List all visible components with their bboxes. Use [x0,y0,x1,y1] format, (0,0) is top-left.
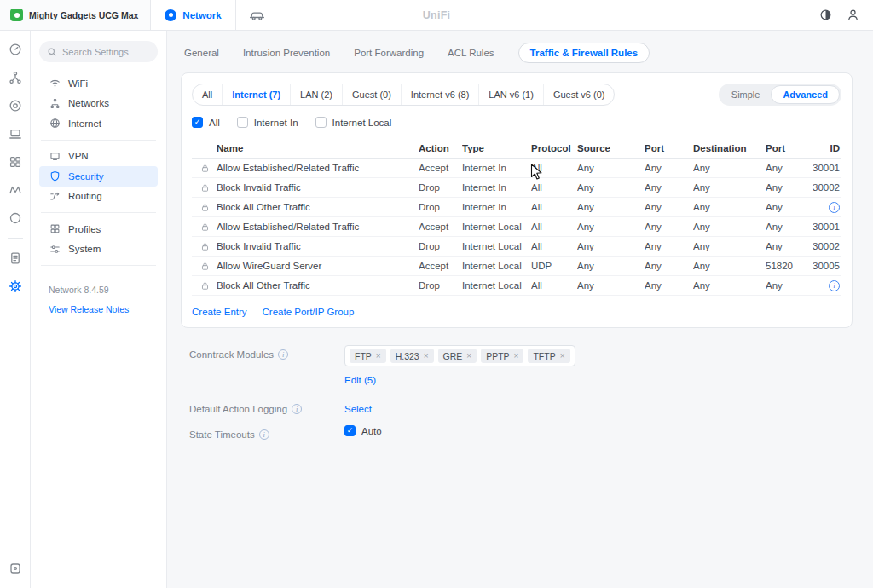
search-input[interactable] [62,47,150,57]
shield-icon [49,170,61,182]
table-row[interactable]: Allow Established/Related TrafficAcceptI… [192,159,841,178]
filter-pills: AllInternet (7)LAN (2)Guest (0)Internet … [192,84,615,106]
info-icon[interactable]: i [292,404,302,414]
auto-checkbox[interactable]: Auto [344,425,382,436]
clients-icon[interactable] [7,125,24,142]
lock-icon [200,242,210,251]
rule-name: Allow WireGuard Server [217,261,321,271]
lock-icon [200,164,210,173]
mode-advanced[interactable]: Advanced [771,85,840,104]
sliders-icon [49,243,61,255]
tag-remove-icon[interactable]: × [466,351,471,360]
rule-destination: Any [693,261,766,271]
rule-destination: Any [693,222,766,232]
sidebar-item-profiles[interactable]: Profiles [39,219,158,239]
tab-acl-rules[interactable]: ACL Rules [448,48,494,58]
conntrack-edit-link[interactable]: Edit (5) [344,375,376,385]
checkbox-label: All [209,118,220,128]
rule-source: Any [577,163,645,173]
radios-icon[interactable] [7,182,24,199]
checkbox-box[interactable] [315,117,327,128]
sidebar-item-routing[interactable]: Routing [39,187,158,207]
system-log-icon[interactable] [7,250,24,267]
rule-destination: Any [693,202,766,212]
filter-pill-lan-2[interactable]: LAN (2) [290,84,342,105]
rule-destination-port: Any [766,182,813,193]
table-row[interactable]: Block All Other TrafficDropInternet InAl… [192,198,841,217]
info-icon[interactable]: i [829,280,840,291]
rule-source-port: Any [645,261,693,271]
filter-pill-guest-0[interactable]: Guest (0) [342,84,401,105]
table-row[interactable]: Allow Established/Related TrafficAcceptI… [192,217,841,237]
tab-traffic-firewall-rules[interactable]: Traffic & Firewall Rules [518,43,650,63]
info-icon[interactable]: i [278,349,288,360]
rule-protocol: All [531,241,577,251]
info-icon[interactable]: i [829,202,840,213]
console-icon [10,9,23,21]
default-action-logging-select-link[interactable]: Select [344,400,372,414]
unifi-devices-icon[interactable] [7,97,24,114]
filter-pill-lan-v6-1[interactable]: LAN v6 (1) [478,84,543,105]
filter-pill-all[interactable]: All [193,84,222,105]
stats-icon[interactable] [7,153,24,170]
tag-remove-icon[interactable]: × [376,351,381,360]
column-header-id: ID [813,143,841,153]
conntrack-tags-box[interactable]: FTP×H.323×GRE×PPTP×TFTP× [344,345,575,366]
theme-toggle-icon[interactable] [819,9,832,21]
filter-pill-internet-v6-8[interactable]: Internet v6 (8) [401,84,478,105]
sidebar-item-system[interactable]: System [39,239,158,260]
rule-protocol: All [531,163,577,173]
topology-icon[interactable] [7,69,24,86]
vehicle-app-icon[interactable] [236,0,278,30]
mode-simple[interactable]: Simple [720,85,772,104]
sidebar-item-networks[interactable]: Networks [39,94,158,114]
checkbox-internet-local[interactable]: Internet Local [315,117,392,128]
tab-port-forwarding[interactable]: Port Forwarding [354,48,424,58]
conntrack-modules-row: Conntrack Modules i FTP×H.323×GRE×PPTP×T… [189,345,853,386]
rule-id: 30005 [813,261,841,271]
tab-general[interactable]: General [184,48,219,58]
checkbox-box[interactable] [237,117,248,128]
sidebar-item-wifi[interactable]: WiFi [39,73,158,94]
version-label: Network 8.4.59 [39,285,158,295]
unifi-network-app: Mighty Gadgets UCG Max Network UniFi [0,0,873,588]
tab-intrusion-prevention[interactable]: Intrusion Prevention [243,48,330,58]
tag-remove-icon[interactable]: × [560,351,565,360]
conntrack-modules-label: Conntrack Modules i [189,345,344,360]
account-icon[interactable] [847,9,859,21]
table-row[interactable]: Block All Other TrafficDropInternet Loca… [192,276,841,296]
sidebar-item-security[interactable]: Security [39,166,158,187]
checkbox-internet-in[interactable]: Internet In [237,117,298,128]
support-icon[interactable] [7,560,24,577]
tag-remove-icon[interactable]: × [514,351,519,360]
table-row[interactable]: Allow WireGuard ServerAcceptInternet Loc… [192,257,841,276]
filter-pill-internet-7[interactable]: Internet (7) [222,84,290,105]
rule-source-port: Any [645,182,693,193]
search-settings-box[interactable] [39,41,158,62]
rule-source-port: Any [645,280,693,291]
create-entry-link[interactable]: Create Entry [192,307,247,317]
create-port-ip-group-link[interactable]: Create Port/IP Group [263,307,355,317]
release-notes-link[interactable]: View Release Notes [39,304,158,314]
dashboard-icon[interactable] [7,41,24,58]
filter-pill-guest-v6-0[interactable]: Guest v6 (0) [543,84,615,105]
rail-bottom-slot [7,560,24,577]
tab-network[interactable]: Network [151,0,235,30]
checkbox-box[interactable] [344,425,356,436]
checkbox-box[interactable] [192,117,203,128]
rule-type: Internet In [462,182,531,193]
settings-icon[interactable] [7,278,24,295]
table-row[interactable]: Block Invalid TrafficDropInternet InAllA… [192,178,841,198]
sidebar-item-internet[interactable]: Internet [39,113,158,134]
conntrack-control: FTP×H.323×GRE×PPTP×TFTP× Edit (5) [344,345,575,386]
hotspot-icon[interactable] [7,210,24,227]
rail-divider [8,238,23,239]
rule-name-cell: Allow WireGuard Server [192,261,419,271]
tag-remove-icon[interactable]: × [424,351,429,360]
info-icon[interactable]: i [259,429,269,440]
table-row[interactable]: Block Invalid TrafficDropInternet LocalA… [192,237,841,257]
checkbox-all[interactable]: All [192,117,220,128]
console-tab[interactable]: Mighty Gadgets UCG Max [0,0,151,30]
sidebar-item-vpn[interactable]: VPN [39,147,158,167]
topbar-actions [819,0,873,30]
